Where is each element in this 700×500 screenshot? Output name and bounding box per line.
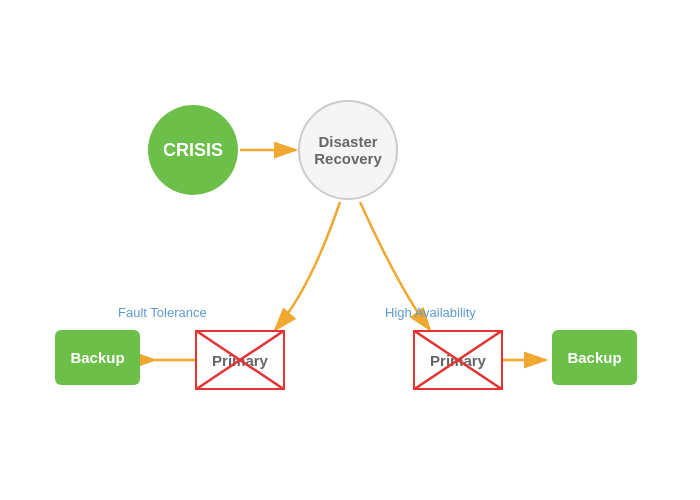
left-primary-box: Primary (195, 330, 285, 390)
left-backup-label: Backup (70, 349, 124, 366)
fault-tolerance-label: Fault Tolerance (118, 305, 207, 320)
left-primary-label: Primary (212, 352, 268, 369)
disaster-recovery-node: Disaster Recovery (298, 100, 398, 200)
arrows-svg (0, 0, 700, 500)
dr-label: Disaster Recovery (314, 133, 382, 167)
diagram-container: CRISIS Disaster Recovery Fault Tolerance… (0, 0, 700, 500)
right-backup-box: Backup (552, 330, 637, 385)
crisis-label: CRISIS (163, 140, 223, 161)
crisis-node: CRISIS (148, 105, 238, 195)
right-backup-label: Backup (567, 349, 621, 366)
right-primary-box: Primary (413, 330, 503, 390)
left-backup-box: Backup (55, 330, 140, 385)
right-primary-label: Primary (430, 352, 486, 369)
high-availability-label: High Availability (385, 305, 476, 320)
